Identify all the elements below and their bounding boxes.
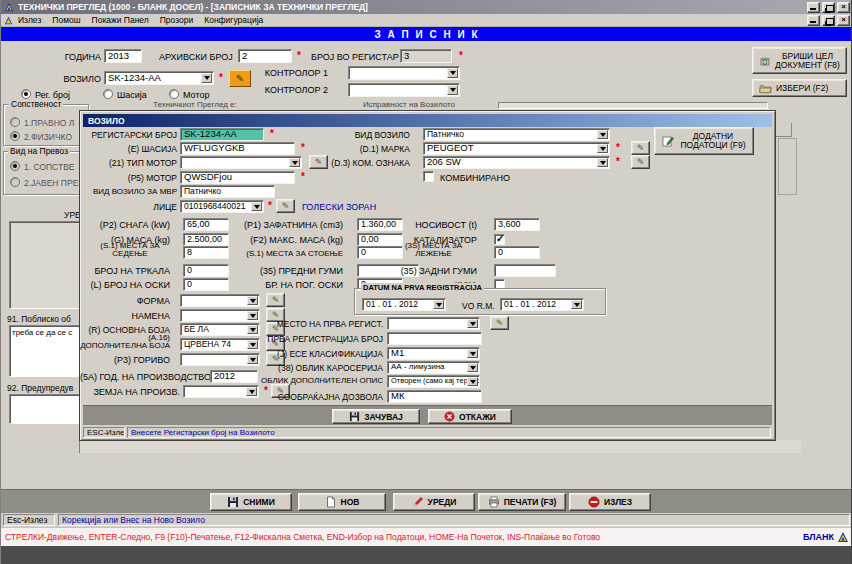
dropdown-arrow-icon[interactable]: [247, 296, 258, 305]
firstreg-date1-dropdown[interactable]: 01 . 01 . 2012: [362, 298, 446, 311]
child-restore-button[interactable]: [822, 15, 835, 26]
reartires-field[interactable]: [494, 264, 556, 277]
izlez-button[interactable]: ИЗЛЕЗ: [569, 493, 651, 511]
controller2-dropdown[interactable]: [348, 83, 460, 97]
model-dropdown[interactable]: 206 SW: [423, 156, 610, 169]
radio-reg-broj[interactable]: [21, 89, 31, 99]
note91-textarea[interactable]: треба се да се с: [9, 325, 81, 377]
dropdown-arrow-icon[interactable]: [597, 130, 608, 139]
dropdown-arrow-icon[interactable]: [447, 68, 458, 78]
engine-type-dropdown[interactable]: [180, 156, 302, 169]
power-field[interactable]: 65,00: [183, 218, 229, 231]
additional-data-button[interactable]: ДОДАТНИПОДАТОЦИ (F9): [654, 127, 754, 155]
dropdown-arrow-icon[interactable]: [597, 144, 608, 153]
note91-label: 91. Поблиско об: [7, 314, 71, 324]
restore-button[interactable]: [822, 2, 835, 13]
dropdown-arrow-icon[interactable]: [467, 363, 478, 372]
chassis-field[interactable]: WFLUGYGKB: [180, 142, 295, 155]
child-close-button[interactable]: ×: [837, 15, 850, 26]
dialog-status-esc: ESC-Излез: [83, 427, 125, 438]
regplace-dropdown[interactable]: [387, 317, 480, 330]
dropdown-arrow-icon[interactable]: [597, 158, 608, 167]
axles-field[interactable]: 0: [183, 278, 229, 291]
permit-label: СООБРАЌАЈНА ДОЗВОЛА: [245, 392, 383, 402]
pecati-button[interactable]: ПЕЧАТИ (F3): [478, 493, 566, 511]
radio-sopstven-prevoz[interactable]: [10, 161, 20, 171]
lying-field[interactable]: 0: [494, 246, 540, 259]
stop-icon: [588, 496, 600, 508]
catalyst-checkbox[interactable]: [494, 234, 505, 245]
payload-label: НОСИВОСТ (t): [380, 220, 477, 230]
minimize-button[interactable]: [807, 2, 820, 13]
menu-item-konfiguracija[interactable]: Конфигурација: [204, 15, 263, 25]
ece-dropdown[interactable]: M1: [387, 347, 480, 360]
engine-field[interactable]: QWSDFjou: [180, 171, 295, 184]
radio-motor[interactable]: [169, 89, 179, 99]
reg-no-field[interactable]: SK-1234-AA: [180, 128, 264, 141]
child-minimize-button[interactable]: [807, 15, 820, 26]
year-label: ГОДИНА: [39, 52, 101, 62]
radio-sasija[interactable]: [103, 89, 113, 99]
regplace-edit-button[interactable]: ✎: [490, 316, 509, 330]
hotkey-hint: СТРЕЛКИ-Движење, ENTER-Следно, F9 (F10)-…: [5, 532, 803, 542]
dropdown-arrow-icon[interactable]: [251, 202, 262, 211]
firstregno-field[interactable]: [387, 332, 482, 345]
engine-required: *: [301, 172, 305, 182]
menu-item-izlez[interactable]: Излез: [18, 15, 41, 25]
person-dropdown[interactable]: 0101968440021: [180, 200, 264, 213]
register-required-marker: *: [459, 51, 463, 61]
status-message: Корекција или Внес на Ново Возило: [58, 514, 850, 526]
vehicle-edit-button[interactable]: ✎: [229, 70, 251, 87]
radio-javen-prevoz[interactable]: [10, 177, 20, 187]
radio-pravno-lice[interactable]: [10, 117, 20, 127]
permit-field[interactable]: МК: [387, 390, 482, 403]
dropdown-arrow-icon[interactable]: [467, 319, 478, 328]
dropdown-arrow-icon[interactable]: [467, 377, 478, 386]
payload-field[interactable]: 3,600: [494, 218, 540, 231]
kind-dropdown[interactable]: Патничко: [423, 128, 610, 141]
form-dropdown[interactable]: [180, 294, 260, 307]
body-dropdown[interactable]: АА - лимузина: [387, 361, 480, 374]
mass-field[interactable]: 2.500,00: [183, 233, 229, 246]
cancel-button[interactable]: ОТКАЖИ: [428, 409, 512, 424]
archive-no-field[interactable]: 2: [238, 49, 292, 63]
bodydesc-dropdown[interactable]: Отворен (само кај теренски: [387, 375, 480, 388]
year-field[interactable]: 2013: [104, 49, 142, 63]
brand-dropdown[interactable]: PEUGEOT: [423, 142, 610, 155]
uredi-button[interactable]: УРЕДИ: [393, 493, 475, 511]
dropdown-arrow-icon[interactable]: [447, 85, 458, 95]
save-button[interactable]: ЗАЧУВАЈ: [332, 409, 420, 424]
form-edit-button[interactable]: ✎: [266, 293, 285, 307]
menu-item-prozori[interactable]: Прозори: [160, 15, 193, 25]
snimi-button[interactable]: СНИМИ: [210, 493, 292, 511]
vehicle-dropdown[interactable]: SK-1234-AA: [104, 71, 214, 85]
brand-required: *: [616, 143, 620, 153]
menu-item-pomos[interactable]: Помош: [52, 15, 80, 25]
edit-pencil-icon: ✎: [236, 73, 244, 84]
combined-checkbox[interactable]: [423, 171, 434, 182]
select-button[interactable]: ИЗБЕРИ (F2): [752, 79, 847, 97]
dropdown-arrow-icon[interactable]: [571, 300, 582, 309]
wheels-field[interactable]: 0: [183, 264, 229, 277]
dropdown-arrow-icon[interactable]: [467, 349, 478, 358]
mvr-field[interactable]: Патничко: [180, 185, 275, 198]
controller1-dropdown[interactable]: [348, 66, 460, 80]
close-button[interactable]: ×: [837, 2, 850, 13]
dialog-title-bar[interactable]: ВОЗИЛО: [83, 114, 772, 127]
cancel-x-icon: [444, 411, 455, 422]
delete-document-button[interactable]: БРИШИ ЦЕЛДОКУМЕНТ (F8): [752, 47, 847, 74]
note92-textarea[interactable]: [9, 394, 81, 424]
menu-item-pokazi-panel[interactable]: Покажи Панел: [92, 15, 149, 25]
seats-field[interactable]: 8: [183, 246, 229, 259]
person-edit-button[interactable]: ✎: [276, 199, 295, 213]
dropdown-arrow-icon[interactable]: [201, 73, 212, 83]
nov-button[interactable]: НОВ: [298, 493, 386, 511]
model-edit-button[interactable]: ✎: [631, 155, 650, 169]
combined-label: КОМБИНИРАНО: [440, 173, 510, 183]
firstreg-date2-dropdown[interactable]: 01 . 01 . 2012: [500, 298, 584, 311]
brand-edit-button[interactable]: ✎: [631, 141, 650, 155]
taskbar-strip: [1, 546, 852, 564]
radio-fizicko-lice[interactable]: [10, 131, 20, 141]
dropdown-arrow-icon[interactable]: [433, 300, 444, 309]
edit-pencil-icon: ✎: [637, 157, 645, 167]
